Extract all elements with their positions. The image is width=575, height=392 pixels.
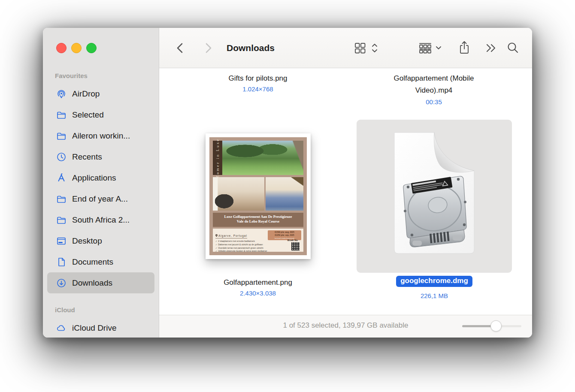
icon-size-slider[interactable] [462, 325, 521, 327]
traffic-lights [56, 43, 97, 53]
desktop-icon [56, 235, 67, 247]
check-icon: ✓ [215, 250, 217, 252]
sidebar-item-label: Documents [72, 257, 113, 267]
forward-button[interactable] [201, 28, 215, 68]
sidebar-item-end-of-year[interactable]: End of year A... [47, 188, 154, 209]
status-bar: 1 of 523 selected, 139,97 GB available [159, 315, 532, 338]
group-by-chevron[interactable] [434, 28, 443, 68]
selected-file-name[interactable]: googlechrome.dmg [396, 276, 472, 287]
group-by-button[interactable] [418, 28, 433, 68]
view-mode-chevrons[interactable] [370, 28, 379, 68]
file-browser-content[interactable]: Gifts for pilots.png 1.024×768 Golfappar… [159, 68, 532, 315]
file-dimensions: 2.430×3.038 [198, 289, 318, 297]
sidebar-item-label: AirDrop [72, 89, 100, 99]
sidebar-item-label: End of year A... [72, 194, 128, 204]
flyer-bedroom-photo [266, 177, 303, 211]
sidebar-item-label: Downloads [72, 278, 112, 288]
folder-icon [56, 109, 67, 121]
sidebar-item-recents[interactable]: Recents [47, 146, 154, 167]
chevron-down-icon [435, 44, 442, 52]
back-button[interactable] [174, 28, 188, 68]
check-icon: ✓ [215, 247, 217, 249]
flyer-vertical-text: Zomer in Luxe [215, 138, 220, 178]
flyer-location: Algarve, Portugal [215, 234, 247, 238]
sidebar-item-south-africa[interactable]: South Africa 2... [47, 209, 154, 230]
sidebar-item-label: Selected [72, 110, 104, 120]
flyer-feature-list: ✓2 slaapkamers met ensuite badkamers ✓Da… [215, 240, 301, 252]
sidebar-item-label: Recents [72, 152, 102, 162]
grid-view-icon [354, 42, 366, 54]
sidebar-item-label: Aileron workin... [72, 131, 130, 141]
sidebar-item-documents[interactable]: Documents [47, 251, 154, 272]
check-icon: ✓ [215, 243, 217, 246]
search-icon [506, 41, 520, 55]
group-by-icon [418, 42, 432, 54]
flyer-cta: Boek Nu [288, 239, 298, 241]
flyer-golfcourse-photo [222, 141, 303, 175]
minimize-window-button[interactable] [71, 43, 82, 53]
share-button[interactable] [457, 28, 472, 68]
toolbar: Downloads [159, 28, 532, 68]
file-name: Golfappartement.png [198, 277, 318, 289]
file-name: Golfappartement (Mobile Video).mp4 [376, 72, 492, 96]
location-pin-icon [215, 234, 218, 237]
sidebar-section-icloud: iCloud [55, 306, 159, 313]
double-chevron-right-icon [484, 42, 497, 54]
file-dimensions: 1.024×768 [198, 85, 318, 93]
zoom-window-button[interactable] [86, 43, 97, 53]
folder-icon [56, 193, 67, 205]
sidebar-item-label: Desktop [72, 236, 102, 246]
flyer-title: Luxe Golfappartement Aan De Prestigieuze… [213, 213, 303, 227]
clock-icon [56, 151, 67, 163]
main-panel: Downloads [159, 28, 532, 338]
flyer-title-line1: Luxe Golfappartement Aan De Prestigieuze [213, 214, 303, 219]
hard-drive-graphic [403, 176, 466, 247]
up-down-chevron-icon [371, 42, 378, 54]
view-options-button[interactable] [352, 28, 368, 68]
cloud-icon [56, 323, 67, 334]
sidebar-item-icloud-drive[interactable]: iCloud Drive [47, 317, 154, 338]
airdrop-icon [56, 88, 67, 100]
more-toolbar-items-button[interactable] [484, 28, 498, 68]
toolbar-title: Downloads [227, 28, 275, 68]
dmg-disk-image-icon[interactable] [386, 128, 483, 258]
sidebar-item-airdrop[interactable]: AirDrop [47, 83, 154, 104]
sidebar-item-aileron-working[interactable]: Aileron workin... [47, 125, 154, 146]
sidebar-item-label: iCloud Drive [72, 323, 116, 333]
sidebar-section-favourites: Favourites [55, 72, 159, 79]
flyer-details: Algarve, Portugal €1500 p/w -aug. 2025 €… [213, 229, 303, 252]
flyer-price-1: €1500 p/w -aug. 2025 [269, 231, 300, 234]
sidebar-item-applications[interactable]: Applications [47, 167, 154, 188]
sidebar-item-selected[interactable]: Selected [47, 104, 154, 125]
share-icon [458, 40, 471, 56]
flyer-price-2: €1250 p/w -sep. 2025 [269, 234, 300, 237]
search-button[interactable] [505, 28, 521, 68]
file-name: Gifts for pilots.png [198, 72, 318, 84]
finder-window: Favourites AirDrop [43, 28, 532, 338]
check-icon: ✓ [215, 240, 217, 242]
applications-icon [56, 172, 67, 184]
close-window-button[interactable] [56, 43, 67, 53]
document-icon [56, 256, 67, 268]
sidebar-item-label: South Africa 2... [72, 215, 130, 225]
folder-icon [56, 214, 67, 226]
flyer-livingroom-photo [213, 177, 264, 211]
flyer-graphic: Zomer in Luxe Luxe Golfappartement Aan D… [209, 137, 307, 255]
sidebar-item-downloads[interactable]: Downloads [47, 272, 154, 293]
sidebar-item-label: Applications [72, 173, 116, 183]
qr-code [291, 242, 300, 250]
flyer-vertical-banner: Zomer in Luxe [213, 141, 222, 175]
flyer-title-line2: Vale do Lobo Royal Course [213, 219, 303, 224]
golfappartement-thumbnail[interactable]: Zomer in Luxe Luxe Golfappartement Aan D… [206, 133, 311, 259]
file-duration: 00:35 [376, 98, 492, 106]
sidebar-item-desktop[interactable]: Desktop [47, 230, 154, 251]
screenshot-stage: Favourites AirDrop [0, 0, 575, 392]
downloads-icon [56, 277, 67, 289]
slider-thumb[interactable] [490, 320, 502, 332]
sidebar: Favourites AirDrop [43, 28, 159, 338]
folder-icon [56, 130, 67, 142]
file-size: 226,1 MB [357, 292, 512, 299]
